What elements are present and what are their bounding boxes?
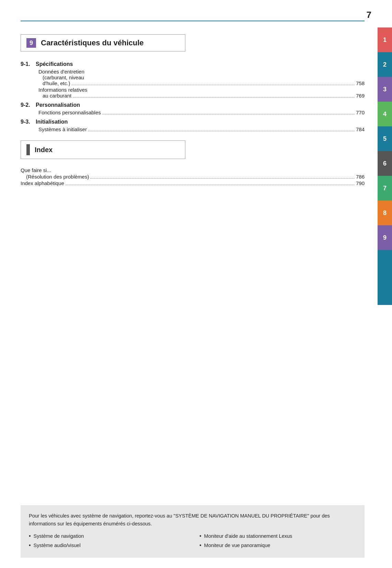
sidebar-tab-4[interactable]: 4 <box>378 102 392 126</box>
toc-entry-informations: Informations relatives au carburant 769 <box>21 87 365 99</box>
footer-intro: Pour les véhicules avec système de navig… <box>29 512 356 528</box>
toc-heading-9-2: 9-2. Personnalisation <box>21 102 365 108</box>
footer-bullet-moniteur-vue: • Moniteur de vue panoramique <box>199 542 356 549</box>
sidebar-tab-7[interactable]: 7 <box>378 176 392 201</box>
footer-bullet-navigation: • Système de navigation <box>29 532 186 540</box>
index-entry-alphabetique: Index alphabétique 790 <box>21 180 365 186</box>
toc-section-9-3: 9-3. Initialisation Systèmes à initialis… <box>21 119 365 132</box>
toc-section-9-1: 9-1. Spécifications Données d'entretien … <box>21 61 365 99</box>
section-9-number: 9 <box>26 38 36 48</box>
sidebar-tab-10[interactable] <box>378 250 392 277</box>
index-bar <box>26 144 30 155</box>
index-entry-quefaire: Que faire si... <box>21 167 365 173</box>
footer-bullet-audiovisuel: • Système audio/visuel <box>29 542 186 549</box>
top-rule <box>21 21 365 21</box>
footer-note: Pour les véhicules avec système de navig… <box>21 505 365 558</box>
index-title: Index <box>35 146 53 154</box>
main-content: 9 Caractéristiques du véhicule 9-1. Spéc… <box>21 27 365 568</box>
toc-section-9-2: 9-2. Personnalisation Fonctions personna… <box>21 102 365 115</box>
toc-heading-9-1: 9-1. Spécifications <box>21 61 365 67</box>
footer-bullet-moniteur-aide: • Moniteur d'aide au stationnement Lexus <box>199 532 356 540</box>
sidebar-tab-5[interactable]: 5 <box>378 126 392 151</box>
index-entries: Que faire si... (Résolution des problème… <box>21 167 365 186</box>
sidebar-tab-11[interactable] <box>378 277 392 305</box>
sidebar-tab-2[interactable]: 2 <box>378 52 392 77</box>
index-entry-resolution: (Résolution des problèmes) 786 <box>21 174 365 180</box>
index-header: Index <box>21 140 185 159</box>
section-9-title: Caractéristiques du véhicule <box>41 38 144 47</box>
toc-entry-systemes: Systèmes à initialiser 784 <box>21 126 365 132</box>
toc-heading-9-3: 9-3. Initialisation <box>21 119 365 125</box>
sidebar-tab-9[interactable]: 9 <box>378 225 392 250</box>
footer-col-right: • Moniteur d'aide au stationnement Lexus… <box>199 532 356 551</box>
page-number: 7 <box>367 10 371 20</box>
footer-columns: • Système de navigation • Système audio/… <box>29 532 356 551</box>
sidebar-tabs: 1 2 3 4 5 6 7 8 9 <box>378 27 392 305</box>
sidebar-tab-3[interactable]: 3 <box>378 77 392 102</box>
toc-entry-donnees: Données d'entretien (carburant, niveau d… <box>21 69 365 86</box>
footer-col-left: • Système de navigation • Système audio/… <box>29 532 186 551</box>
sidebar-tab-8[interactable]: 8 <box>378 201 392 225</box>
sidebar-tab-6[interactable]: 6 <box>378 151 392 176</box>
section-9-header: 9 Caractéristiques du véhicule <box>21 34 185 52</box>
sidebar-tab-1[interactable]: 1 <box>378 27 392 52</box>
toc-entry-fonctions: Fonctions personnalisables 770 <box>21 110 365 115</box>
